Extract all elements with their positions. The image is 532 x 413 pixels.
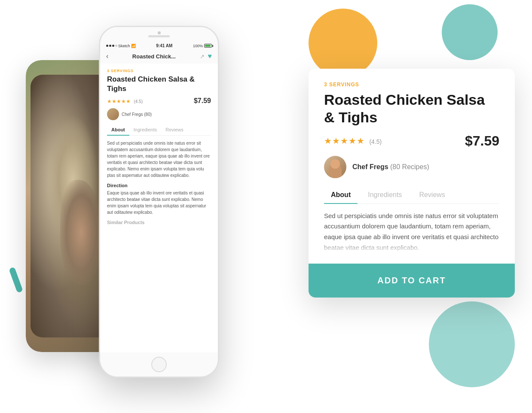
tabs-card: About Ingredients Reviews: [324, 187, 499, 204]
tabs-phone: About Ingredients Reviews: [107, 125, 211, 136]
camera-dot: [158, 31, 161, 34]
back-button[interactable]: ‹: [106, 52, 108, 60]
direction-text-phone: Eaque ipsa quae ab illo invent ore verit…: [107, 190, 211, 216]
status-time: 9:41 AM: [156, 43, 172, 48]
price-rating-row-card: ★★★★★ (4.5) $7.59: [324, 133, 499, 149]
add-to-cart-button[interactable]: ADD TO CART: [309, 264, 515, 298]
tab-ingredients-phone[interactable]: Ingredients: [129, 125, 161, 136]
rating-count-card: (4.5): [369, 138, 382, 145]
about-text-card: Sed ut perspiciatis unde omnis iste natu…: [324, 211, 499, 253]
navigation-bar: ‹ Roasted Chick... ↗ ♥: [100, 50, 218, 64]
chef-avatar-phone: [107, 108, 119, 120]
tab-reviews-phone[interactable]: Reviews: [161, 125, 188, 136]
tab-about-card[interactable]: About: [324, 187, 358, 204]
chef-name-phone: Chef Fregs (80): [122, 112, 152, 117]
decor-blob-teal-bottom: [429, 301, 515, 387]
servings-label-phone: 3 SERVINGS: [107, 69, 211, 73]
chef-name-card: Chef Fregs (80 Recipes): [352, 163, 429, 171]
phone-main: Sketch 📶 9:41 AM 100% ‹ Roasted Chick...…: [99, 26, 219, 378]
stars-card: ★★★★★: [324, 136, 365, 146]
tab-ingredients-card[interactable]: Ingredients: [361, 187, 409, 204]
status-bar-area: Sketch 📶 9:41 AM 100%: [100, 39, 218, 50]
similar-label-phone: Similar Products: [107, 220, 211, 225]
heart-icon[interactable]: ♥: [208, 52, 212, 60]
decor-bar-teal: [9, 267, 23, 293]
status-carrier: Sketch 📶: [106, 44, 136, 48]
servings-label-card: 3 SERVINGS: [324, 82, 499, 88]
tab-reviews-card[interactable]: Reviews: [412, 187, 452, 204]
rating-card: ★★★★★ (4.5): [324, 136, 382, 146]
direction-heading-phone: Direction: [107, 183, 211, 188]
stars-phone: ★★★★★: [107, 98, 131, 104]
price-card: $7.59: [465, 133, 499, 149]
home-button[interactable]: [151, 357, 167, 372]
nav-title: Roasted Chick...: [132, 53, 176, 60]
about-text-phone: Sed ut perspiciatis unde omnis iste natu…: [107, 140, 211, 179]
chef-row-phone: Chef Fregs (80): [107, 108, 211, 120]
chef-avatar-card: [324, 156, 346, 178]
status-battery: 100%: [193, 44, 212, 48]
rating-phone: ★★★★★ (4.5): [107, 97, 143, 105]
speaker-grill: [148, 35, 170, 37]
phone-scroll-content: 3 SERVINGS Roasted Chicken Salsa & Tighs…: [100, 64, 218, 352]
wifi-icon: 📶: [131, 44, 136, 48]
rating-count-phone: (4.5): [134, 99, 143, 104]
chef-row-card: Chef Fregs (80 Recipes): [324, 156, 499, 178]
recipe-title-phone: Roasted Chicken Salsa & Tighs: [107, 75, 211, 94]
decor-blob-orange-top: [309, 9, 377, 77]
tab-about-phone[interactable]: About: [107, 125, 129, 136]
card-content: 3 SERVINGS Roasted Chicken Salsa & Tighs…: [309, 69, 515, 264]
decor-blob-teal-top: [442, 4, 498, 60]
price-phone: $7.59: [194, 97, 211, 105]
product-card: 3 SERVINGS Roasted Chicken Salsa & Tighs…: [309, 69, 515, 298]
price-rating-row-phone: ★★★★★ (4.5) $7.59: [107, 97, 211, 105]
recipe-title-card: Roasted Chicken Salsa & Tighs: [324, 91, 499, 126]
share-icon[interactable]: ↗: [200, 53, 205, 60]
phone-bottom: [100, 352, 218, 377]
